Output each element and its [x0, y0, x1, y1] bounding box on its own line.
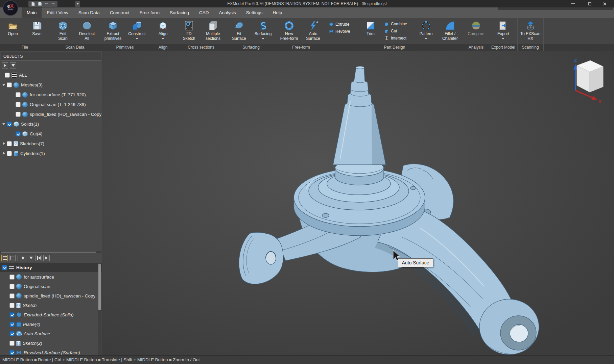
- chevron-right-icon[interactable]: [1, 151, 7, 156]
- export-button[interactable]: Export: [491, 19, 515, 43]
- checkbox[interactable]: [5, 73, 10, 78]
- history-item-sketch[interactable]: Sketch: [0, 301, 102, 310]
- history-item-for-autosurface[interactable]: for autosurface: [0, 272, 102, 282]
- checkbox[interactable]: [9, 303, 15, 308]
- trim-button[interactable]: Trim: [359, 19, 382, 43]
- save-button-small[interactable]: [37, 2, 42, 6]
- extrude-button[interactable]: Extrude: [329, 21, 357, 27]
- extract-primitives-button[interactable]: Extractprimitives: [101, 19, 125, 43]
- objects-item-for-autosurface-t-771-920[interactable]: for autosurface (T: 771 920): [0, 90, 102, 100]
- menu-tab-construct[interactable]: Construct: [105, 7, 135, 18]
- minimize-button[interactable]: [565, 0, 580, 7]
- history-item-extruded-surface-solid[interactable]: Extruded-Surface (Solid): [0, 310, 102, 319]
- menu-tab-scan-data[interactable]: Scan Data: [73, 7, 105, 18]
- expand-all-button[interactable]: [2, 62, 8, 69]
- 2d-sketch-button[interactable]: 2DSketch: [177, 19, 201, 43]
- history-item-spindle-fixed-hd-rawscan-copy[interactable]: spindle_fixed (HD)_rawscan - Copy: [0, 291, 102, 301]
- scrollbar-thumb[interactable]: [98, 264, 101, 310]
- history-item-sketch-2[interactable]: Sketch(2): [0, 338, 102, 348]
- step-down-button[interactable]: [28, 255, 34, 261]
- checkbox[interactable]: [9, 350, 15, 355]
- checkbox[interactable]: [7, 151, 12, 156]
- history-item-history[interactable]: History: [0, 263, 102, 272]
- revolve-button[interactable]: Revolve: [329, 28, 357, 34]
- fillet-chamfer-button[interactable]: Fillet /Chamfer: [438, 19, 462, 43]
- checkbox[interactable]: [7, 141, 12, 146]
- multiple-sections-button[interactable]: Multiplesections: [201, 19, 225, 43]
- surfacing-button[interactable]: Surfacing: [251, 19, 275, 43]
- objects-item-cylinders-1[interactable]: Cylinders(1): [0, 149, 102, 158]
- viewport-3d[interactable]: Z X Auto Surface: [102, 51, 614, 355]
- checkbox[interactable]: [9, 275, 15, 280]
- checkbox[interactable]: [9, 312, 15, 317]
- skip-to-first-button[interactable]: [36, 255, 42, 261]
- save-button[interactable]: Save: [25, 19, 49, 43]
- qat-dropdown-button[interactable]: [75, 1, 80, 7]
- chevron-down-icon[interactable]: [1, 82, 7, 88]
- objects-item-spindle-fixed-hd-rawscan-copy[interactable]: spindle_fixed (HD)_rawscan - Copy: [0, 109, 102, 119]
- checkbox[interactable]: [16, 131, 21, 136]
- scrollbar-thumb[interactable]: [1, 252, 96, 253]
- objects-item-original-scan-t-1-249-789[interactable]: Original scan (T: 1 249 789): [0, 100, 102, 109]
- objects-item-solids-1[interactable]: Solids(1): [0, 119, 102, 129]
- tree-view-button[interactable]: [9, 255, 16, 261]
- step-forward-button[interactable]: [20, 255, 26, 261]
- menu-tab-free-form[interactable]: Free-form: [135, 7, 165, 18]
- checkbox[interactable]: [16, 112, 21, 117]
- new-file-button[interactable]: [30, 2, 35, 6]
- history-item-auto-surface[interactable]: Auto Surface: [0, 329, 102, 338]
- compare-button[interactable]: Compare: [464, 19, 488, 43]
- checkbox[interactable]: [9, 341, 15, 346]
- cut-button[interactable]: Cut: [384, 28, 412, 34]
- menu-tab-surfacing[interactable]: Surfacing: [165, 7, 194, 18]
- redo-icon[interactable]: [51, 2, 55, 6]
- undo-icon[interactable]: [44, 2, 49, 6]
- vertical-scrollbar[interactable]: [98, 263, 101, 355]
- history-item-plane-4[interactable]: Plane(4): [0, 319, 102, 329]
- menu-tab-help[interactable]: Help: [268, 7, 287, 18]
- combine-button[interactable]: Combine: [384, 21, 412, 27]
- objects-item-sketches-7[interactable]: Sketches(7): [0, 139, 102, 149]
- history-item-original-scan[interactable]: Original scan: [0, 282, 102, 291]
- new-free-form-button[interactable]: NewFree-form: [277, 19, 301, 43]
- edit-scan-button[interactable]: EditScan: [51, 19, 75, 43]
- menu-tab-edit-view[interactable]: Edit / View: [42, 7, 73, 18]
- checkbox[interactable]: [9, 284, 15, 289]
- list-view-button[interactable]: [1, 255, 8, 261]
- checkbox[interactable]: [16, 102, 21, 107]
- checkbox[interactable]: [9, 331, 15, 336]
- history-item-revolved-surface-surface[interactable]: Revolved-Surface (Surface): [0, 348, 102, 355]
- auto-surface-button[interactable]: AAutoSurface: [301, 19, 325, 43]
- horizontal-scrollbar[interactable]: [0, 251, 101, 253]
- app-logo[interactable]: eX Model: [3, 0, 18, 16]
- objects-item-cut-4[interactable]: Cut(4): [0, 129, 102, 139]
- chevron-down-icon[interactable]: [1, 122, 7, 127]
- spindle-model[interactable]: [102, 51, 614, 355]
- to-exscan-hx-button[interactable]: To EXScanHX: [519, 19, 542, 43]
- close-button[interactable]: [597, 0, 612, 7]
- view-cube[interactable]: Z X: [563, 54, 614, 105]
- deselect-all-button[interactable]: DeselectAll: [75, 19, 99, 43]
- construct-button[interactable]: Construct: [125, 19, 149, 43]
- objects-item-all[interactable]: ALL: [0, 70, 102, 80]
- checkbox[interactable]: [16, 92, 21, 97]
- open-button[interactable]: Open: [1, 19, 25, 43]
- fit-surface-button[interactable]: FitSurface: [227, 19, 251, 43]
- chevron-right-icon[interactable]: [1, 141, 7, 147]
- collapse-all-button[interactable]: [10, 62, 16, 69]
- checkbox[interactable]: [9, 322, 15, 327]
- menu-tab-settings[interactable]: Settings: [241, 7, 268, 18]
- checkbox[interactable]: [9, 293, 15, 298]
- menu-tab-main[interactable]: Main: [22, 7, 42, 18]
- pattern-button[interactable]: Pattern: [414, 19, 438, 43]
- menu-tab-analysis[interactable]: Analysis: [214, 7, 241, 18]
- menu-tab-cad[interactable]: CAD: [194, 7, 214, 18]
- intersect-button[interactable]: Intersect: [384, 35, 412, 41]
- align-button[interactable]: Align: [151, 19, 175, 43]
- skip-to-last-button[interactable]: [43, 255, 50, 261]
- checkbox[interactable]: [7, 122, 12, 127]
- objects-item-meshes-3[interactable]: Meshes(3): [0, 80, 102, 90]
- checkbox[interactable]: [2, 265, 7, 270]
- maximize-button[interactable]: [582, 0, 597, 7]
- checkbox[interactable]: [7, 82, 12, 87]
